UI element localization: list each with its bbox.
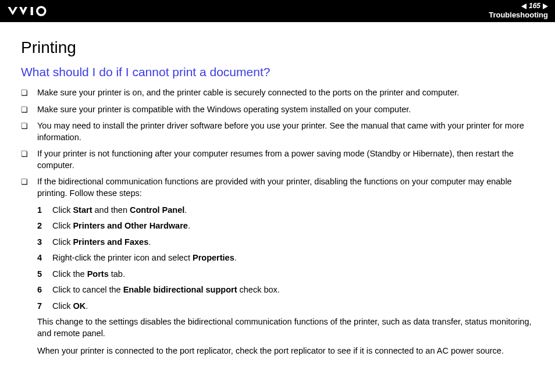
square-bullet-icon: ❏ [21,104,37,115]
bullet-list: ❏Make sure your printer is on, and the p… [21,87,534,199]
page-subtitle: What should I do if I cannot print a doc… [21,65,534,79]
page-title: Printing [21,38,534,57]
page-header: 165 Troubleshooting [0,0,555,22]
step-item: 5Click the Ports tab. [37,269,534,280]
page-number: 165 [529,2,540,11]
next-page-arrow-icon[interactable] [543,3,548,9]
section-label: Troubleshooting [489,10,548,20]
list-item: ❏Make sure your printer is compatible wi… [21,104,534,116]
svg-point-1 [37,7,45,15]
header-right: 165 Troubleshooting [489,2,548,20]
list-item: ❏You may need to install the printer dri… [21,120,534,143]
svg-rect-0 [31,7,33,15]
steps-list: 1Click Start and then Control Panel. 2Cl… [37,205,534,312]
step-item: 1Click Start and then Control Panel. [37,205,534,216]
square-bullet-icon: ❏ [21,176,37,187]
prev-page-arrow-icon[interactable] [521,3,526,9]
page-content: Printing What should I do if I cannot pr… [0,22,555,374]
step-item: 7Click OK. [37,301,534,312]
closing-paragraph: When your printer is connected to the po… [37,345,534,357]
step-item: 3Click Printers and Faxes. [37,237,534,248]
vaio-logo [7,5,64,17]
list-item: ❏If the bidirectional communication func… [21,176,534,199]
square-bullet-icon: ❏ [21,120,37,131]
step-item: 2Click Printers and Other Hardware. [37,220,534,232]
square-bullet-icon: ❏ [21,148,37,159]
square-bullet-icon: ❏ [21,87,37,98]
step-item: 4Right-click the printer icon and select… [37,252,534,264]
step-item: 6Click to cancel the Enable bidirectiona… [37,284,534,296]
list-item: ❏Make sure your printer is on, and the p… [21,87,534,99]
page-nav: 165 [489,2,548,11]
closing-paragraph: This change to the settings disables the… [37,316,534,339]
list-item: ❏If your printer is not functioning afte… [21,148,534,171]
